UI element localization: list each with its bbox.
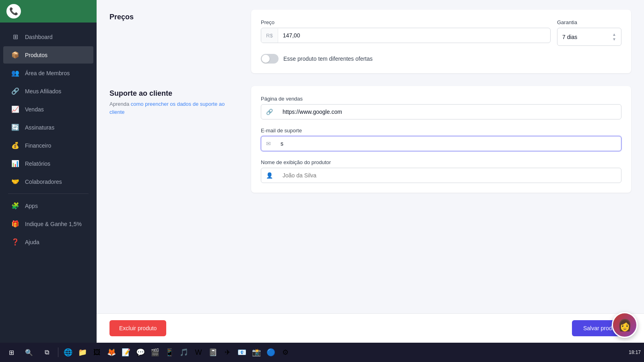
nav-label-produtos: Produtos [25,52,47,58]
search-button[interactable]: 🔍 [21,344,37,360]
nav-label-meus-afiliados: Meus Afiliados [25,88,61,95]
app-logo: 📞 [6,4,21,19]
preco-row: Preço R$ Garantia 7 dias ▲ [261,19,621,46]
garantia-select[interactable]: 7 dias ▲ ▼ [557,28,621,46]
nav-label-assinaturas: Assinaturas [25,124,54,131]
nav-label-financeiro: Financeiro [25,142,51,149]
sidebar-item-relatorios[interactable]: 📊 Relatórios [3,155,93,172]
nav-icon-vendas: 📈 [11,105,19,113]
taskbar-firefox[interactable]: 🦊 [105,346,118,359]
nav-label-ajuda: Ajuda [25,239,39,245]
nav-icon-area-membros: 👥 [11,69,19,77]
link-icon: 🔗 [261,105,278,119]
nav-label-relatorios: Relatórios [25,160,50,167]
precos-section: Preços Preço R$ Garantia [109,10,631,73]
nav-label-colaboradores: Colaboradores [25,179,62,185]
email-suporte-label: E-mail de suporte [261,128,621,134]
suporte-section: Suporte ao cliente Aprenda como preenche… [109,86,631,193]
nav-icon-apps: 🧩 [11,202,19,210]
taskbar-onenote[interactable]: 📓 [206,346,219,359]
taskbar-app2[interactable]: ⚙ [279,346,292,359]
pagina-vendas-group: Página de vendas 🔗 [261,96,621,119]
nome-exibicao-input[interactable] [278,168,621,183]
start-button[interactable]: ⊞ [3,344,19,360]
sidebar-item-apps[interactable]: 🧩 Apps [3,197,93,214]
nav-icon-financeiro: 💰 [11,142,19,149]
suporte-desc-pre: Aprenda [109,101,131,107]
taskbar-app1[interactable]: 📱 [163,346,176,359]
nav-label-apps: Apps [25,203,38,209]
precos-label-col: Preços [109,10,238,73]
taskbar-spotify[interactable]: 🎵 [178,346,190,359]
preco-input[interactable] [278,28,550,43]
sidebar-nav: ⊞ Dashboard 📦 Produtos 👥 Área de Membros… [0,23,97,362]
taskview-button[interactable]: ⧉ [39,344,55,360]
sidebar-item-area-membros[interactable]: 👥 Área de Membros [3,64,93,82]
nav-icon-produtos: 📦 [11,51,19,59]
sidebar-item-indique[interactable]: 🎁 Indique & Ganhe 1,5% [3,215,93,232]
nav-icon-assinaturas: 🔄 [11,123,19,131]
sidebar-item-vendas[interactable]: 📈 Vendas [3,101,93,118]
pagina-vendas-wrapper: 🔗 [261,104,621,119]
precos-card: Preço R$ Garantia 7 dias ▲ [251,10,631,73]
nome-exibicao-label: Nome de exibição do produtor [261,159,621,165]
sidebar-item-dashboard[interactable]: ⊞ Dashboard [3,28,93,45]
taskbar-netflix[interactable]: 🎬 [149,346,161,359]
sidebar-header: 📞 [0,0,97,23]
suporte-desc: Aprenda como preencher os dados de supor… [109,100,238,116]
ofertas-toggle[interactable] [261,54,279,64]
toggle-label: Esse produto tem diferentes ofertas [283,56,373,62]
nav-icon-meus-afiliados: 🔗 [11,87,19,95]
action-bar: Excluir produto Salvar produto [97,313,644,343]
sidebar-item-financeiro[interactable]: 💰 Financeiro [3,137,93,154]
nav-label-area-membros: Área de Membros [25,70,70,76]
email-suporte-input[interactable] [276,136,621,151]
page-content: Preços Preço R$ Garantia [97,0,644,238]
toggle-row: Esse produto tem diferentes ofertas [261,54,621,64]
nav-icon-dashboard: ⊞ [11,33,19,41]
taskbar-word[interactable]: W [192,346,205,359]
taskbar-chrome[interactable]: 🔵 [264,346,277,359]
sidebar-item-produtos[interactable]: 📦 Produtos [3,46,93,64]
email-suporte-wrapper: ✉ [261,136,621,151]
suporte-title: Suporte ao cliente [109,89,238,98]
pagina-vendas-label: Página de vendas [261,96,621,102]
taskbar: ⊞ 🔍 ⧉ 🌐 📁 🖼 🦊 📝 💬 🎬 📱 🎵 W 📓 ✈ 📧 📸 🔵 ⚙ 18… [0,343,644,362]
taskbar-explorer[interactable]: 📁 [76,346,89,359]
nav-label-indique: Indique & Ganhe 1,5% [25,221,82,227]
garantia-value: 7 dias [562,34,577,40]
suporte-label-col: Suporte ao cliente Aprenda como preenche… [109,86,238,193]
nome-exibicao-wrapper: 👤 [261,168,621,183]
nav-icon-ajuda: ❓ [11,238,19,246]
nav-label-vendas: Vendas [25,106,44,113]
email-icon: ✉ [261,136,276,151]
sidebar-item-meus-afiliados[interactable]: 🔗 Meus Afiliados [3,82,93,100]
delete-button[interactable]: Excluir produto [109,320,166,336]
taskbar-edge[interactable]: 🌐 [62,346,74,359]
toggle-knob [262,55,270,63]
taskbar-vscodium[interactable]: 📝 [120,346,132,359]
preco-group: Preço R$ [261,19,551,46]
avatar[interactable]: 👩 [612,312,638,338]
nav-icon-relatorios: 📊 [11,160,19,167]
precos-title: Preços [109,13,238,21]
taskbar-divider [58,348,58,357]
sidebar-item-colaboradores[interactable]: 🤝 Colaboradores [3,173,93,190]
pagina-vendas-input[interactable] [278,105,621,119]
nav-icon-indique: 🎁 [11,220,19,228]
taskbar-whatsapp[interactable]: 📧 [235,346,248,359]
email-suporte-group: E-mail de suporte ✉ [261,128,621,151]
preco-input-wrapper: R$ [261,28,551,43]
taskbar-photos[interactable]: 🖼 [91,346,103,359]
taskbar-telegram[interactable]: ✈ [221,346,234,359]
garantia-arrows: ▲ ▼ [612,32,616,41]
sidebar-item-ajuda[interactable]: ❓ Ajuda [3,233,93,251]
nav-icon-colaboradores: 🤝 [11,178,19,185]
taskbar-instagram[interactable]: 📸 [250,346,263,359]
avatar-image: 👩 [613,313,636,337]
sidebar-item-assinaturas[interactable]: 🔄 Assinaturas [3,119,93,136]
garantia-label: Garantia [557,19,621,25]
taskbar-time: 18:17 [629,350,641,355]
taskbar-discord[interactable]: 💬 [134,346,147,359]
main-content: Preços Preço R$ Garantia [97,0,644,362]
